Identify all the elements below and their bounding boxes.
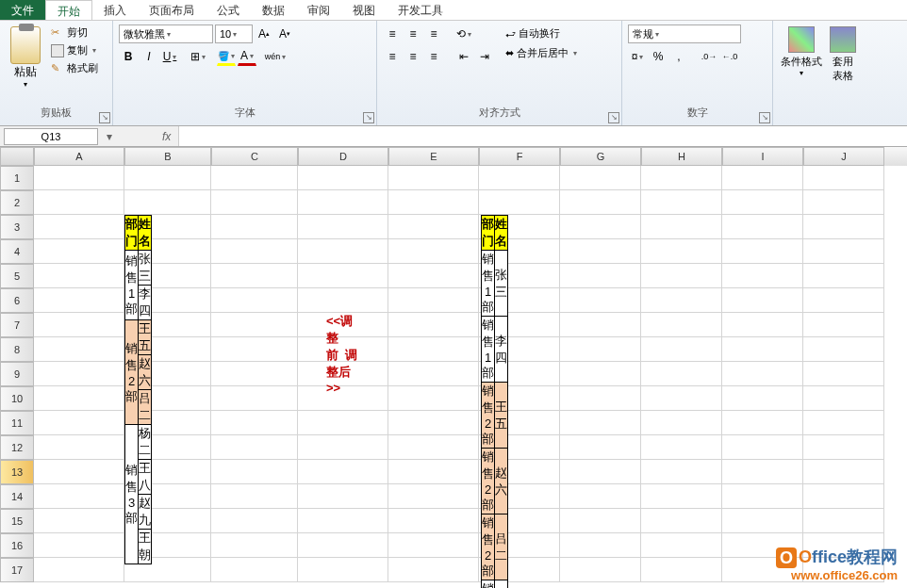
increase-indent-button[interactable]: ⇥: [475, 47, 494, 66]
col-header-B[interactable]: B: [124, 147, 211, 166]
col-header-C[interactable]: C: [211, 147, 298, 166]
tab-view[interactable]: 视图: [341, 0, 387, 20]
row-header-1[interactable]: 1: [0, 166, 34, 190]
row-header-12[interactable]: 12: [0, 435, 34, 460]
row-header-10[interactable]: 10: [0, 386, 34, 411]
row-header-17[interactable]: 17: [0, 558, 34, 582]
align-left-button[interactable]: ≡: [383, 47, 402, 66]
decrease-font-button[interactable]: A▾: [275, 24, 294, 43]
tab-review[interactable]: 审阅: [296, 0, 341, 20]
cell[interactable]: 吕二: [495, 514, 508, 580]
cell-name[interactable]: 王朝: [139, 530, 152, 564]
cell-header[interactable]: 姓名: [139, 216, 152, 251]
fill-color-button[interactable]: 🪣: [217, 47, 236, 66]
tab-data[interactable]: 数据: [251, 0, 296, 20]
cell-dept[interactable]: 销售2部: [125, 320, 139, 425]
name-box-dropdown[interactable]: ▾: [102, 130, 117, 143]
formula-input[interactable]: [178, 126, 907, 146]
decrease-decimal-button[interactable]: ←.0: [720, 47, 739, 66]
select-all-corner[interactable]: [0, 147, 34, 166]
col-header-A[interactable]: A: [34, 147, 124, 166]
cut-button[interactable]: ✂剪切: [49, 24, 100, 41]
decrease-indent-button[interactable]: ⇤: [454, 47, 473, 66]
name-box[interactable]: Q13: [4, 128, 98, 145]
font-name-combo[interactable]: 微软雅黑: [119, 24, 213, 43]
conditional-format-button[interactable]: 条件格式 ▾: [779, 24, 824, 122]
cell[interactable]: 销售1部: [482, 317, 495, 383]
tab-insert[interactable]: 插入: [92, 0, 138, 20]
cell-header[interactable]: 部门: [125, 216, 139, 251]
row-header-5[interactable]: 5: [0, 264, 34, 288]
tab-file[interactable]: 文件: [0, 0, 45, 20]
bold-button[interactable]: B: [119, 47, 138, 66]
merge-center-button[interactable]: ⬌合并后居中: [503, 44, 579, 62]
col-header-E[interactable]: E: [388, 147, 479, 166]
percent-button[interactable]: %: [649, 47, 668, 66]
cell-name[interactable]: 王五: [139, 320, 152, 355]
align-center-button[interactable]: ≡: [404, 47, 422, 66]
row-header-2[interactable]: 2: [0, 190, 34, 215]
cell-name[interactable]: 吕二: [139, 390, 152, 425]
table-format-button[interactable]: 套用 表格: [828, 24, 858, 122]
orientation-button[interactable]: ⟲: [454, 24, 473, 43]
cell-header[interactable]: 姓名: [495, 216, 508, 251]
cell-header[interactable]: 部门: [482, 216, 495, 251]
format-painter-button[interactable]: ✎格式刷: [49, 60, 100, 76]
increase-decimal-button[interactable]: .0→: [700, 47, 718, 66]
increase-font-button[interactable]: A▴: [255, 24, 273, 43]
cell[interactable]: 销售2部: [482, 383, 495, 449]
cells-area[interactable]: 部门姓名 销售1部张三李四销售2部王五赵六吕二销售3部杨二王八赵九王朝 部门姓名…: [34, 166, 907, 582]
tab-formulas[interactable]: 公式: [206, 0, 251, 20]
font-launcher[interactable]: ↘: [363, 112, 374, 123]
cell[interactable]: 王五: [495, 383, 508, 449]
row-header-8[interactable]: 8: [0, 337, 34, 362]
row-header-3[interactable]: 3: [0, 215, 34, 239]
row-header-15[interactable]: 15: [0, 509, 34, 533]
number-format-combo[interactable]: 常规: [628, 24, 741, 43]
cell-name[interactable]: 赵九: [139, 495, 152, 530]
cell[interactable]: 销售2部: [482, 449, 495, 514]
col-header-G[interactable]: G: [560, 147, 641, 166]
comma-button[interactable]: ,: [669, 47, 688, 66]
alignment-launcher[interactable]: ↘: [608, 112, 619, 123]
row-header-11[interactable]: 11: [0, 411, 34, 435]
cell-name[interactable]: 李四: [139, 286, 152, 320]
underline-button[interactable]: U: [160, 47, 179, 66]
number-launcher[interactable]: ↘: [759, 112, 770, 123]
phonetic-button[interactable]: wén: [266, 47, 285, 66]
row-header-13[interactable]: 13: [0, 460, 34, 484]
borders-button[interactable]: ⊞: [189, 47, 207, 66]
accounting-format-button[interactable]: ¤: [628, 47, 647, 66]
cell-name[interactable]: 赵六: [139, 355, 152, 390]
row-header-14[interactable]: 14: [0, 484, 34, 509]
wrap-text-button[interactable]: ⮐自动换行: [503, 24, 579, 42]
col-header-J[interactable]: J: [803, 147, 884, 166]
row-header-4[interactable]: 4: [0, 239, 34, 264]
align-top-button[interactable]: ≡: [383, 24, 402, 43]
clipboard-launcher[interactable]: ↘: [99, 112, 110, 123]
col-header-D[interactable]: D: [298, 147, 388, 166]
row-header-7[interactable]: 7: [0, 313, 34, 337]
cell[interactable]: 杨二: [495, 580, 508, 589]
font-size-combo[interactable]: 10: [215, 24, 253, 43]
row-header-9[interactable]: 9: [0, 362, 34, 386]
cell[interactable]: 李四: [495, 317, 508, 383]
tab-home[interactable]: 开始: [45, 0, 92, 20]
font-color-button[interactable]: A: [238, 47, 256, 66]
cell[interactable]: 销售2部: [482, 514, 495, 580]
cell-dept[interactable]: 销售3部: [125, 425, 139, 564]
cell[interactable]: 销售1部: [482, 251, 495, 317]
col-header-I[interactable]: I: [722, 147, 803, 166]
cell[interactable]: 张三: [495, 251, 508, 317]
fx-icon[interactable]: fx: [155, 130, 178, 143]
row-header-16[interactable]: 16: [0, 533, 34, 558]
align-middle-button[interactable]: ≡: [404, 24, 422, 43]
cell-name[interactable]: 杨二: [139, 425, 152, 460]
row-header-6[interactable]: 6: [0, 288, 34, 313]
tab-developer[interactable]: 开发工具: [387, 0, 454, 20]
cell-name[interactable]: 张三: [139, 251, 152, 286]
italic-button[interactable]: I: [140, 47, 158, 66]
col-header-H[interactable]: H: [641, 147, 722, 166]
paste-button[interactable]: 粘贴 ▾: [6, 24, 45, 104]
tab-page-layout[interactable]: 页面布局: [138, 0, 206, 20]
